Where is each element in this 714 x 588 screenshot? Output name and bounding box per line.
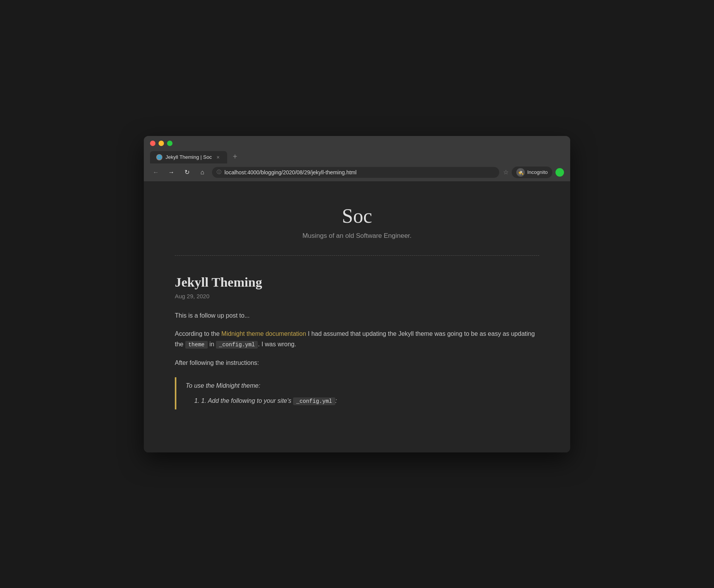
blockquote-item-1: 1. Add the following to your site's _con… xyxy=(201,395,539,406)
back-button[interactable]: ← xyxy=(150,167,162,178)
toolbar-right: ☆ 🕵 Incognito xyxy=(503,167,564,178)
address-bar-container: ⓘ xyxy=(212,167,499,178)
paragraph-3: After following the instructions: xyxy=(175,358,539,368)
config-yml-code: _config.yml xyxy=(216,341,258,349)
tab-favicon: 🌐 xyxy=(156,154,162,160)
page-content: Soc Musings of an old Software Engineer.… xyxy=(144,181,570,452)
site-title: Soc xyxy=(175,205,539,227)
site-header: Soc Musings of an old Software Engineer. xyxy=(175,205,539,240)
refresh-button[interactable]: ↻ xyxy=(181,167,193,178)
site-subtitle: Musings of an old Software Engineer. xyxy=(175,232,539,240)
home-button[interactable]: ⌂ xyxy=(197,167,208,178)
paragraph-2: According to the Midnight theme document… xyxy=(175,328,539,350)
paragraph-2-middle: in xyxy=(208,341,216,347)
title-bar: 🌐 Jekyll Theming | Soc × + xyxy=(144,136,570,163)
incognito-icon: 🕵 xyxy=(516,168,525,177)
window-controls xyxy=(150,141,564,146)
blockquote: To use the Midnight theme: 1. Add the fo… xyxy=(175,377,539,409)
paragraph-2-end: . I was wrong. xyxy=(258,341,296,347)
incognito-label: Incognito xyxy=(527,169,548,175)
incognito-badge: 🕵 Incognito xyxy=(512,167,552,178)
toolbar: ← → ↻ ⌂ ⓘ ☆ 🕵 Incognito xyxy=(144,163,570,181)
close-button[interactable] xyxy=(150,141,155,146)
forward-button[interactable]: → xyxy=(166,167,177,178)
profile-dot[interactable] xyxy=(555,168,564,177)
browser-window: 🌐 Jekyll Theming | Soc × + ← → ↻ ⌂ ⓘ ☆ 🕵… xyxy=(144,136,570,452)
post-body: This is a follow up post to... According… xyxy=(175,310,539,409)
minimize-button[interactable] xyxy=(159,141,164,146)
blockquote-list: 1. Add the following to your site's _con… xyxy=(201,395,539,406)
tab-close-button[interactable]: × xyxy=(215,154,221,160)
theme-code: theme xyxy=(185,341,208,349)
post-article: Jekyll Theming Aug 29, 2020 This is a fo… xyxy=(175,275,539,409)
blockquote-intro: To use the Midnight theme: xyxy=(186,380,539,391)
blockquote-config-yml-code: _config.yml xyxy=(293,397,335,405)
bookmark-button[interactable]: ☆ xyxy=(503,168,509,176)
post-title: Jekyll Theming xyxy=(175,275,539,290)
paragraph-2-prefix: According to the xyxy=(175,330,221,337)
paragraph-1: This is a follow up post to... xyxy=(175,310,539,321)
blockquote-item-1-prefix: 1. Add the following to your site's xyxy=(201,397,293,404)
maximize-button[interactable] xyxy=(167,141,172,146)
security-icon: ⓘ xyxy=(217,169,221,175)
midnight-theme-link[interactable]: Midnight theme documentation xyxy=(221,330,306,337)
new-tab-button[interactable]: + xyxy=(229,150,241,163)
address-input[interactable] xyxy=(212,167,499,178)
active-tab[interactable]: 🌐 Jekyll Theming | Soc × xyxy=(150,151,227,163)
header-divider xyxy=(175,255,539,256)
tab-bar: 🌐 Jekyll Theming | Soc × + xyxy=(150,150,564,163)
blockquote-item-1-suffix: : xyxy=(335,397,337,404)
tab-title: Jekyll Theming | Soc xyxy=(166,154,212,160)
post-date: Aug 29, 2020 xyxy=(175,293,539,299)
